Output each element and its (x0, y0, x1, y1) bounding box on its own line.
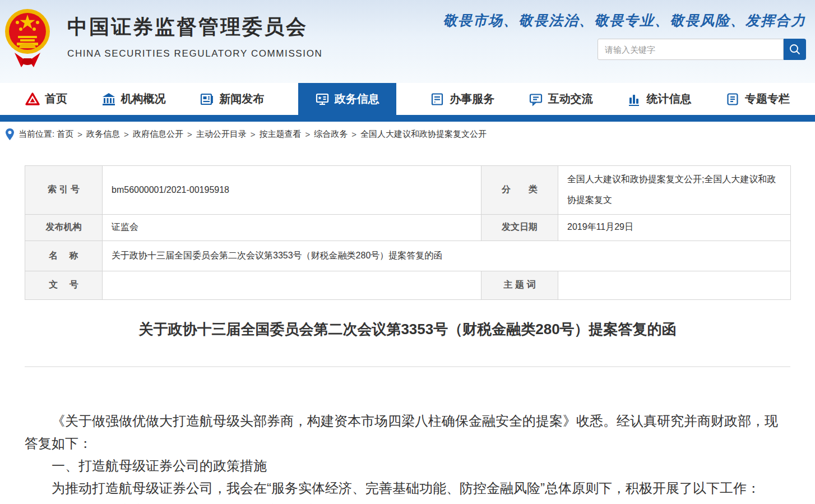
issue-date-value: 2019年11月29日 (558, 214, 791, 241)
table-row: 索 引 号 bm56000001/2021-00195918 分 类 全国人大建… (25, 166, 791, 215)
search-bar (598, 39, 806, 60)
breadcrumb: 当前位置: 首页 > 政务信息 > 政府信息公开 > 主动公开目录 > 按主题查… (0, 122, 815, 147)
breadcrumb-item-home[interactable]: 首页 (57, 129, 73, 140)
newspaper-icon (200, 92, 214, 107)
nav-item-interaction[interactable]: 互动交流 (529, 83, 593, 115)
table-row: 文 号 主 题 词 (25, 271, 791, 299)
location-pin-icon (6, 128, 14, 140)
site-header: 中国证券监督管理委员会 CHINA SECURITIES REGULATORY … (0, 0, 815, 83)
org-name-cn: 中国证券监督管理委员会 (67, 13, 322, 41)
national-emblem-logo (4, 4, 50, 70)
header-slogan: 敬畏市场、敬畏法治、敬畏专业、敬畏风险、发挥合力 (443, 11, 806, 30)
header-right: 敬畏市场、敬畏法治、敬畏专业、敬畏风险、发挥合力 (443, 0, 815, 83)
nav-item-government-info[interactable]: 政务信息 (298, 83, 396, 122)
article-body: 《关于做强做优做大打造航母级头部券商，构建资本市场四梁八柱确保金融安全的提案》收… (25, 410, 790, 504)
main-content: 索 引 号 bm56000001/2021-00195918 分 类 全国人大建… (0, 165, 815, 504)
name-label: 名 称 (25, 241, 103, 271)
issue-date-label: 发文日期 (481, 214, 558, 241)
org-name-en: CHINA SECURITIES REGULATORY COMMISSION (67, 48, 322, 59)
category-value: 全国人大建议和政协提案复文公开;全国人大建议和政协提案复文 (558, 166, 791, 215)
issuing-agency-value: 证监会 (103, 214, 481, 241)
checklist-icon (430, 92, 444, 107)
doc-number-value (103, 271, 481, 299)
breadcrumb-label: 当前位置: (18, 129, 54, 140)
category-label: 分 类 (481, 166, 558, 215)
breadcrumb-item-by-topic[interactable]: 按主题查看 (259, 129, 301, 140)
csrc-logo-icon (25, 92, 40, 107)
breadcrumb-item-proposal-replies[interactable]: 全国人大建议和政协提案复文公开 (360, 129, 487, 140)
search-input[interactable] (598, 39, 784, 60)
nav-item-home[interactable]: 首页 (25, 83, 67, 115)
brand-text: 中国证券监督管理委员会 CHINA SECURITIES REGULATORY … (67, 4, 322, 59)
bar-chart-icon (627, 92, 641, 107)
nav-item-services[interactable]: 办事服务 (430, 83, 494, 115)
document-icon (725, 92, 740, 107)
page-title: 关于政协十三届全国委员会第二次会议第3353号（财税金融类280号）提案答复的函 (25, 319, 790, 339)
table-row: 发布机构 证监会 发文日期 2019年11月29日 (25, 214, 791, 241)
index-number-label: 索 引 号 (25, 166, 103, 215)
article-section-heading: 一、打造航母级证券公司的政策措施 (25, 455, 790, 477)
nav-item-topics[interactable]: 专题专栏 (725, 83, 790, 115)
monitor-icon (315, 92, 330, 107)
nav-item-news[interactable]: 新闻发布 (200, 83, 264, 115)
nav-item-organization[interactable]: 机构概况 (101, 83, 166, 115)
article-paragraph: 为推动打造航母级证券公司，我会在“服务实体经济、完善基础功能、防控金融风险”总体… (25, 477, 790, 500)
index-number-value: bm56000001/2021-00195918 (103, 166, 481, 215)
title-divider (25, 366, 790, 367)
bank-icon (101, 92, 116, 107)
article-paragraph: 《关于做强做优做大打造航母级头部券商，构建资本市场四梁八柱确保金融安全的提案》收… (25, 410, 790, 455)
breadcrumb-item-disclosure[interactable]: 政府信息公开 (133, 129, 183, 140)
breadcrumb-item-gov-info[interactable]: 政务信息 (86, 129, 120, 140)
breadcrumb-item-general-affairs[interactable]: 综合政务 (314, 129, 348, 140)
nav-underline (0, 115, 815, 122)
name-value: 关于政协十三届全国委员会第二次会议第3353号（财税金融类280号）提案答复的函 (103, 241, 791, 271)
breadcrumb-item-catalog[interactable]: 主动公开目录 (196, 129, 247, 140)
nav-item-statistics[interactable]: 统计信息 (627, 83, 691, 115)
site-logo[interactable]: 中国证券监督管理委员会 CHINA SECURITIES REGULATORY … (0, 0, 322, 83)
csrc-page: 中国证券监督管理委员会 CHINA SECURITIES REGULATORY … (0, 0, 815, 504)
search-icon (789, 43, 801, 56)
search-button[interactable] (784, 39, 806, 60)
issuing-agency-label: 发布机构 (25, 214, 103, 241)
chat-bubble-icon (529, 92, 543, 107)
document-meta-table: 索 引 号 bm56000001/2021-00195918 分 类 全国人大建… (25, 165, 791, 300)
main-nav: 首页 机构概况 (0, 83, 815, 122)
subject-words-label: 主 题 词 (481, 271, 558, 299)
article-paragraph-clipped: 一是多渠道充实证券公司资本。鼓励市场化并购重组，支持行业做优做强。 (25, 500, 790, 504)
table-row: 名 称 关于政协十三届全国委员会第二次会议第3353号（财税金融类280号）提案… (25, 241, 791, 271)
doc-number-label: 文 号 (25, 271, 103, 299)
subject-words-value (558, 271, 791, 299)
